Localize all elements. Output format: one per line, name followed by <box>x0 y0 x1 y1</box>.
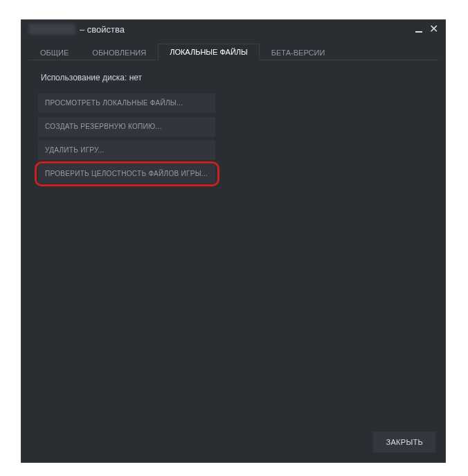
tab-general[interactable]: ОБЩИЕ <box>28 44 80 60</box>
window-title-suffix: – свойства <box>80 24 125 35</box>
close-button[interactable]: ЗАКРЫТЬ <box>373 432 435 452</box>
tab-betas[interactable]: БЕТА-ВЕРСИИ <box>260 44 337 60</box>
delete-game-button[interactable]: УДАЛИТЬ ИГРУ... <box>38 141 215 160</box>
close-icon[interactable]: ✕ <box>429 24 438 35</box>
titlebar: – свойства ✕ <box>21 20 445 38</box>
titlebar-left: – свойства <box>28 24 125 35</box>
title-controls: ✕ <box>415 24 438 35</box>
tabstrip: ОБЩИЕ ОБНОВЛЕНИЯ ЛОКАЛЬНЫЕ ФАЙЛЫ БЕТА-ВЕ… <box>28 44 438 60</box>
disk-usage-label: Использование диска: нет <box>38 73 429 82</box>
verify-highlight: ПРОВЕРИТЬ ЦЕЛОСТНОСТЬ ФАЙЛОВ ИГРЫ... <box>38 164 221 184</box>
tab-content: Использование диска: нет ПРОСМОТРЕТЬ ЛОК… <box>21 60 445 196</box>
tab-local-files[interactable]: ЛОКАЛЬНЫЕ ФАЙЛЫ <box>158 44 260 60</box>
properties-dialog: – свойства ✕ ОБЩИЕ ОБНОВЛЕНИЯ ЛОКАЛЬНЫЕ … <box>21 19 446 463</box>
verify-integrity-button[interactable]: ПРОВЕРИТЬ ЦЕЛОСТНОСТЬ ФАЙЛОВ ИГРЫ... <box>38 164 215 184</box>
game-name-redacted <box>28 24 75 35</box>
tab-updates[interactable]: ОБНОВЛЕНИЯ <box>80 44 158 60</box>
browse-local-files-button[interactable]: ПРОСМОТРЕТЬ ЛОКАЛЬНЫЕ ФАЙЛЫ... <box>38 94 215 113</box>
backup-game-button[interactable]: СОЗДАТЬ РЕЗЕРВНУЮ КОПИЮ... <box>38 117 215 136</box>
minimize-icon[interactable] <box>415 31 422 33</box>
dialog-footer: ЗАКРЫТЬ <box>373 432 435 452</box>
